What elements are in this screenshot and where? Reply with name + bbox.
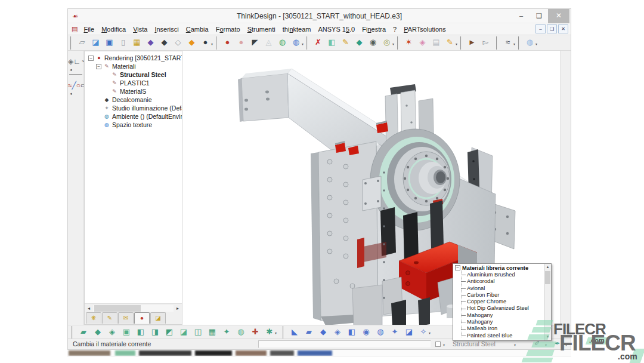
- material-sphere-pink-icon[interactable]: ●: [234, 36, 248, 49]
- surface-trim-icon[interactable]: ◆: [316, 326, 330, 338]
- dropdown-arrow-icon[interactable]: ▾: [443, 343, 445, 347]
- spline-icon[interactable]: ≈: [68, 81, 72, 90]
- surface-loft-icon[interactable]: ◣: [287, 326, 302, 338]
- tree-item-rendering-3050121-start-w[interactable]: −●Rendering [3050121_START_w: [85, 54, 182, 62]
- pen-delete-icon[interactable]: ✎: [339, 36, 352, 49]
- solid-box-icon[interactable]: ▣: [119, 326, 134, 338]
- tab-sketch[interactable]: ✎: [102, 312, 117, 324]
- surface-patch-icon[interactable]: ▰: [302, 326, 316, 338]
- mdi-restore-button[interactable]: ❑: [547, 24, 557, 33]
- tree-item-plastic1[interactable]: ✎PLASTIC1: [85, 79, 182, 87]
- menu-ansys-15-0[interactable]: ANSYS 15.0: [314, 24, 358, 34]
- scroll-up-icon[interactable]: ▲: [544, 264, 551, 270]
- rgb-globe-icon[interactable]: ◍: [275, 36, 289, 49]
- shield-check-icon[interactable]: ◉: [366, 36, 380, 49]
- tree-item-structural-steel[interactable]: ✎Structural Steel: [85, 70, 182, 79]
- solid-pattern-icon[interactable]: ◫: [191, 326, 205, 338]
- select-arrow-icon[interactable]: ▻: [479, 36, 493, 49]
- scroll-thumb[interactable]: [545, 271, 550, 284]
- solid-round-icon[interactable]: ◨: [148, 326, 162, 338]
- materials-table-icon[interactable]: ▦: [130, 36, 144, 49]
- tree-item-spazio-texture[interactable]: ◍Spazio texture: [85, 121, 182, 129]
- dropdown-arrow-icon[interactable]: ▾: [545, 343, 547, 347]
- solid-boolean-icon[interactable]: ▦: [205, 326, 219, 338]
- solid-revolve-icon[interactable]: ◆: [91, 326, 105, 338]
- solid-cut-icon[interactable]: ◧: [134, 326, 148, 338]
- dropdown-arrow-icon[interactable]: ▾: [392, 38, 394, 50]
- menu-partsolutions[interactable]: PARTsolutions: [400, 24, 450, 34]
- popup-scrollbar[interactable]: ▲ ▼: [544, 264, 551, 340]
- expander-icon[interactable]: −: [88, 56, 94, 61]
- save-icon[interactable]: ▣: [103, 36, 116, 49]
- solid-features-icon[interactable]: ◍: [234, 326, 248, 338]
- mdi-close-button[interactable]: ✕: [558, 24, 568, 33]
- solid-shell-icon[interactable]: ◪: [177, 326, 191, 338]
- minimize-button[interactable]: –: [512, 9, 530, 23]
- dropdown-arrow-icon[interactable]: ▾: [429, 328, 431, 339]
- tree-hscrollbar[interactable]: ◂ ▸: [85, 303, 182, 312]
- scroll-thumb[interactable]: [94, 305, 141, 312]
- decal-lamp-icon[interactable]: ◤: [248, 36, 262, 49]
- material-item[interactable]: Malleab Iron: [453, 325, 551, 332]
- material-item[interactable]: Mahogany: [453, 312, 551, 319]
- surface-blend-icon[interactable]: ◉: [359, 326, 373, 338]
- pen-orange-icon[interactable]: ✎▾: [443, 36, 457, 49]
- shield-pen-icon[interactable]: ◎▾: [380, 36, 394, 49]
- shaded-view-icon[interactable]: ◆: [185, 36, 199, 49]
- material-item[interactable]: Painted Steel Blue: [453, 333, 551, 339]
- annotate-tool-icon[interactable]: ✒: [555, 340, 560, 347]
- tree-item-ambiente-defaultenviro[interactable]: ◍Ambiente () (DefaultEnviro: [85, 112, 182, 121]
- tab-settings[interactable]: ❋: [86, 312, 101, 324]
- light-crystal-icon[interactable]: ◬: [262, 36, 275, 49]
- star-delete-icon[interactable]: ✶: [402, 36, 416, 49]
- solid-measure-icon[interactable]: ✚: [248, 326, 262, 338]
- solid-teal-icon[interactable]: ◆: [352, 36, 366, 49]
- tree-item-decalcomanie[interactable]: ◆Decalcomanie: [85, 96, 182, 104]
- circle-icon[interactable]: ○: [76, 81, 80, 90]
- mdi-minimize-button[interactable]: –: [535, 24, 546, 33]
- open-folder-icon[interactable]: ◪: [89, 36, 103, 49]
- diamond-pink-icon[interactable]: ◈: [416, 36, 429, 49]
- surface-offset-icon[interactable]: ◧: [345, 326, 359, 338]
- dropdown-arrow-icon[interactable]: ▾: [565, 343, 567, 347]
- material-item[interactable]: Avional: [453, 285, 551, 292]
- texture-globe-icon[interactable]: ◍▾: [289, 36, 303, 49]
- render-wire-icon[interactable]: ◇: [171, 36, 185, 49]
- collapse-icon[interactable]: −: [455, 265, 460, 270]
- scroll-left-icon[interactable]: ◂: [85, 306, 93, 311]
- material-item[interactable]: Anticorodal: [453, 278, 551, 285]
- dropdown-arrow-icon[interactable]: ▾: [535, 38, 537, 50]
- delete-material-icon[interactable]: ✗: [311, 36, 325, 49]
- status-input-field[interactable]: [258, 340, 431, 348]
- flag-tool-icon[interactable]: ►: [465, 36, 479, 49]
- solid-sweep-icon[interactable]: ◈: [105, 326, 119, 338]
- new-document-icon[interactable]: ▱: [75, 36, 89, 49]
- tab-notes[interactable]: ✉: [118, 312, 134, 324]
- surface-analyze-icon[interactable]: ◪: [402, 326, 416, 338]
- render-settings-icon[interactable]: ◆: [144, 36, 157, 49]
- material-item[interactable]: Hot Dip Galvanized Steel: [453, 305, 551, 312]
- sphere-view-icon[interactable]: ●▾: [199, 36, 212, 49]
- surface-net-icon[interactable]: ✦: [388, 326, 402, 338]
- close-button[interactable]: ✕: [548, 9, 569, 23]
- material-item[interactable]: Carbon Fiber: [453, 292, 551, 299]
- line-icon[interactable]: ╱: [72, 81, 76, 90]
- solid-split-icon[interactable]: ✦: [219, 326, 234, 338]
- tree-item-materiali[interactable]: −✎Materiali: [85, 62, 182, 70]
- copy-boxes-icon[interactable]: ▤: [429, 36, 443, 49]
- solid-check-icon[interactable]: ✱▾: [262, 326, 277, 338]
- solid-chamfer-icon[interactable]: ◩: [162, 326, 177, 338]
- dropdown-arrow-icon[interactable]: ▾: [513, 38, 515, 50]
- tab-rendering[interactable]: ●: [134, 312, 150, 324]
- surface-more-icon[interactable]: ✧▾: [416, 326, 431, 338]
- material-item[interactable]: Copper Chrome: [453, 299, 551, 305]
- tree-item-materials[interactable]: ✎MaterialS: [85, 87, 182, 96]
- material-sphere-red-icon[interactable]: ●: [221, 36, 234, 49]
- dropdown-arrow-icon[interactable]: ▾: [275, 328, 277, 339]
- spline-tool-icon[interactable]: ≈▾: [501, 36, 515, 49]
- status-checkbox[interactable]: [435, 342, 441, 347]
- surface-revolve-icon[interactable]: ◍: [373, 326, 388, 338]
- menu-strumenti[interactable]: Strumenti: [244, 24, 279, 34]
- scroll-down-icon[interactable]: ▼: [544, 334, 551, 340]
- current-material[interactable]: Structural Steel: [453, 340, 496, 347]
